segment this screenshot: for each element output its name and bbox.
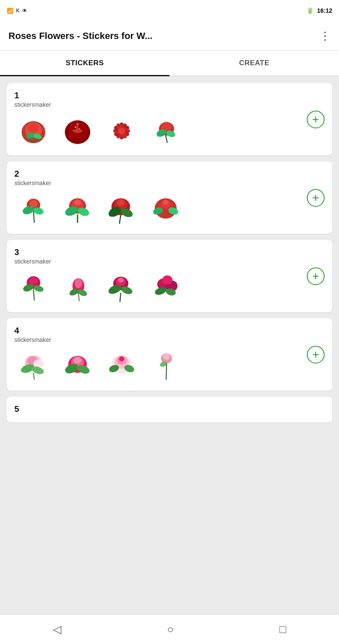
svg-point-10 (75, 126, 76, 128)
sim-icon: K (16, 8, 19, 14)
status-left: 📶 K 👁 (7, 8, 28, 14)
svg-point-45 (29, 277, 38, 285)
svg-point-19 (118, 128, 125, 134)
sticker-1-3 (103, 114, 141, 148)
svg-point-75 (119, 356, 124, 361)
sticker-pack-2: 2 stickersmaker (7, 161, 332, 234)
status-right: 🔋 16:12 (306, 7, 332, 14)
pack-number-5: 5 (14, 404, 325, 414)
tab-create[interactable]: CREATE (170, 51, 339, 75)
svg-point-35 (117, 199, 125, 206)
svg-point-30 (74, 200, 81, 205)
eye-icon: 👁 (22, 8, 28, 14)
sticker-3-2 (58, 271, 97, 305)
add-button-pack-4[interactable]: + (307, 346, 325, 364)
sticker-4-4 (147, 349, 185, 383)
pack-stickers-2 (14, 192, 325, 226)
sticker-3-1 (14, 271, 53, 305)
pack-author-2: stickersmaker (14, 180, 325, 186)
sticker-4-1 (14, 349, 53, 383)
sticker-1-2 (58, 114, 97, 148)
svg-point-69 (74, 357, 81, 364)
pack-number-4: 4 (14, 326, 325, 336)
sticker-pack-3: 3 stickersmaker (7, 240, 332, 312)
pack-author-4: stickersmaker (14, 336, 325, 343)
pack-number-1: 1 (14, 91, 325, 100)
svg-point-11 (79, 128, 81, 129)
svg-point-49 (75, 279, 82, 288)
tab-stickers[interactable]: STICKERS (0, 51, 170, 75)
svg-point-64 (33, 359, 44, 368)
signal-icon: 📶 (7, 8, 14, 14)
back-button[interactable]: ◁ (53, 623, 61, 636)
pack-number-2: 2 (14, 169, 325, 179)
bottom-navigation: ◁ ○ □ (0, 614, 339, 644)
svg-point-12 (77, 124, 78, 125)
svg-point-59 (162, 275, 172, 285)
pack-stickers-1 (14, 114, 325, 148)
sticker-1-4 (147, 114, 185, 148)
add-button-pack-3[interactable]: + (307, 267, 325, 285)
sticker-pack-4: 4 stickersmaker (7, 318, 332, 391)
app-title: Roses Flowers - Stickers for W... (8, 31, 153, 42)
add-button-pack-1[interactable]: + (307, 111, 325, 128)
sticker-4-3 (103, 349, 141, 383)
sticker-2-2 (58, 192, 97, 226)
sticker-3-3 (103, 271, 141, 305)
app-bar: Roses Flowers - Stickers for W... ⋮ (0, 21, 339, 51)
svg-point-41 (163, 200, 168, 205)
add-button-pack-2[interactable]: + (307, 189, 325, 207)
sticker-4-2 (58, 349, 97, 383)
content-area: 1 stickersmaker (0, 76, 339, 614)
home-button[interactable]: ○ (167, 623, 174, 636)
svg-point-54 (118, 278, 124, 283)
time-display: 16:12 (317, 7, 332, 14)
recents-button[interactable]: □ (280, 623, 286, 636)
svg-point-79 (163, 354, 170, 360)
svg-point-2 (28, 123, 39, 133)
sticker-1-1 (14, 114, 53, 148)
pack-stickers-4 (14, 349, 325, 383)
status-bar: 📶 K 👁 🔋 16:12 (0, 0, 339, 21)
sticker-pack-1: 1 stickersmaker (7, 83, 332, 155)
sticker-3-4 (147, 271, 185, 305)
pack-author-1: stickersmaker (14, 101, 325, 108)
pack-stickers-3 (14, 271, 325, 305)
sticker-2-1 (14, 192, 53, 226)
battery-icon: 🔋 (306, 7, 314, 14)
pack-author-3: stickersmaker (14, 258, 325, 265)
tabs-container: STICKERS CREATE (0, 51, 339, 76)
sticker-2-4 (147, 192, 185, 226)
pack-number-3: 3 (14, 247, 325, 257)
sticker-pack-5-partial: 5 (7, 397, 332, 422)
sticker-2-3 (103, 192, 141, 226)
more-menu-icon[interactable]: ⋮ (320, 31, 331, 42)
